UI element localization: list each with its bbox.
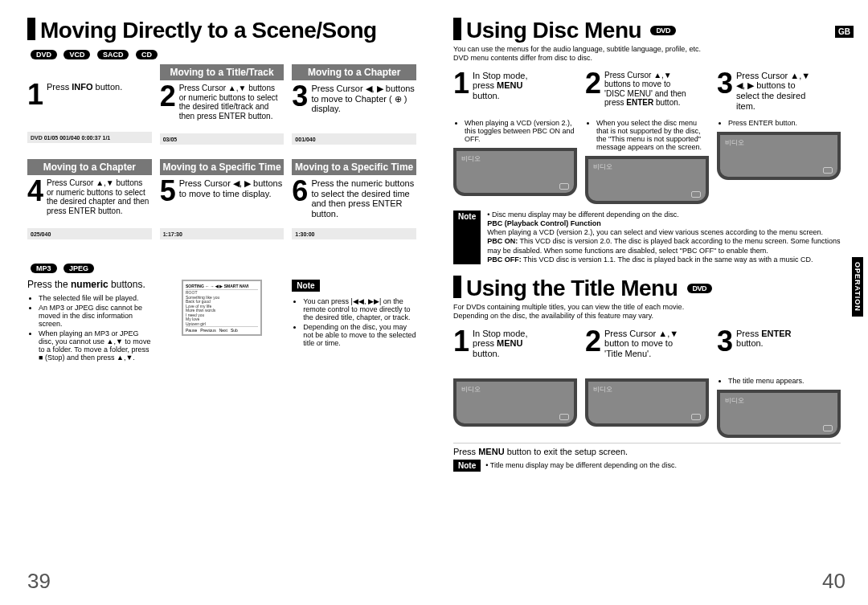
badge-dvd: DVD — [687, 284, 713, 293]
mp3-badges: MP3 JPEG — [27, 260, 416, 275]
disc-note-block: Note • Disc menu display may be differen… — [453, 211, 841, 265]
step-number: 4 — [27, 178, 43, 204]
step-number: 6 — [292, 178, 308, 204]
title-stripe — [453, 18, 461, 40]
bottom-note: Note • Title menu display may be differe… — [453, 460, 841, 472]
title-bar-title-menu: Using the Title Menu DVD — [453, 276, 841, 301]
step-number: 1 — [27, 82, 43, 108]
badge-dvd: DVD — [650, 26, 676, 35]
step-text: Press INFO button. — [47, 82, 122, 92]
step-number: 5 — [160, 178, 176, 204]
section-heading: Moving to a Specific Time — [292, 159, 416, 175]
section-title: Using Disc Menu DVD — [466, 18, 676, 43]
step-text: Press Cursor ▲,▼ buttons or numeric butt… — [179, 84, 285, 121]
step-3: Moving to a Chapter 3 Press Cursor ◀, ▶ … — [292, 64, 416, 145]
title-step-2: 2 Press Cursor ▲,▼ button to move to 'Ti… — [585, 329, 709, 438]
title-bar-disc: Using Disc Menu DVD — [453, 18, 841, 43]
step-number: 1 — [453, 329, 469, 354]
page-number: 39 — [27, 569, 51, 594]
badge-mp3: MP3 — [31, 264, 57, 273]
page-number: 40 — [822, 569, 845, 594]
note-badge: Note — [453, 211, 481, 265]
mp3-bullets: The selected file will be played. An MP3… — [27, 294, 152, 362]
disc-steps: 1 In Stop mode, press MENU button. When … — [453, 71, 841, 204]
step-text: Press Cursor ▲,▼ buttons to move to 'DIS… — [604, 71, 686, 108]
step-text: In Stop mode, press MENU button. — [473, 329, 528, 359]
step-number: 2 — [160, 84, 176, 109]
badge-vcd: VCD — [63, 50, 90, 59]
step-number: 3 — [717, 71, 733, 96]
step-number: 1 — [453, 71, 469, 96]
step-number: 3 — [717, 329, 733, 354]
step-text: Press Cursor ◀, ▶ buttons to move to Cha… — [311, 84, 416, 114]
disc-step-3: 3 Press Cursor ▲,▼ ◀, ▶ buttons to selec… — [717, 71, 841, 204]
badge-dvd: DVD — [31, 50, 57, 59]
step-2: Moving to a Title/Track 2 Press Cursor ▲… — [160, 64, 285, 145]
step-text: In Stop mode, press MENU button. — [473, 71, 528, 101]
info-strip: DVD 01/05 001/040 0:00:37 1/1 — [27, 132, 152, 143]
step-1: 1 Press INFO button. DVD 01/05 001/040 0… — [27, 64, 152, 145]
steps-row-2: Moving to a Chapter 4 Press Cursor ▲,▼ b… — [27, 159, 416, 239]
section-heading: Moving to a Title/Track — [160, 64, 285, 80]
info-strip: 03/05 — [160, 133, 285, 145]
page-title: Moving Directly to a Scene/Song — [40, 18, 377, 43]
step-text: Press ENTER button. — [736, 329, 791, 349]
section-heading: Moving to a Specific Time — [160, 159, 285, 175]
step-number: 2 — [585, 71, 601, 96]
tv-icon: 비디오 — [585, 378, 709, 427]
mp3-row: Press the numeric buttons. The selected … — [27, 280, 416, 365]
title-stripe — [27, 18, 35, 40]
tv-icon: 비디오 — [453, 148, 577, 196]
page-39: Moving Directly to a Scene/Song DVD VCD … — [0, 0, 434, 605]
mini-screen-col: SORTING ← → ◀ ▶ SMART NAVI ROOT Somethin… — [160, 280, 285, 365]
tv-icon: 비디오 — [585, 156, 709, 204]
title-step-3: 3 Press ENTER button. The title menu app… — [717, 329, 841, 438]
mp3-press-col: Press the numeric buttons. The selected … — [27, 280, 152, 365]
subtext: For DVDs containing multiple titles, you… — [453, 303, 841, 321]
disc-step-2: 2 Press Cursor ▲,▼ buttons to move to 'D… — [585, 71, 709, 204]
info-strip: 001/040 — [292, 133, 416, 145]
tv-icon: 비디오 — [453, 378, 577, 427]
format-badges: DVD VCD SACD CD — [27, 47, 416, 61]
step-text: Press the numeric buttons to select the … — [311, 178, 416, 219]
title-bar: Moving Directly to a Scene/Song — [27, 18, 416, 43]
badge-cd: CD — [136, 50, 158, 59]
step-5: Moving to a Specific Time 5 Press Cursor… — [160, 159, 285, 239]
step-text: Press Cursor ▲,▼ buttons or numeric butt… — [47, 178, 152, 215]
info-strip: 1:30:00 — [292, 228, 416, 239]
info-strip: 1:17:30 — [160, 228, 285, 239]
note-col: Note You can press |◀◀, ▶▶| on the remot… — [292, 280, 416, 365]
note-badge: Note — [292, 280, 319, 292]
steps-row-1: 1 Press INFO button. DVD 01/05 001/040 0… — [27, 64, 416, 145]
step-number: 3 — [292, 84, 308, 109]
section-title: Using the Title Menu DVD — [466, 276, 712, 301]
mini-screenshot: SORTING ← → ◀ ▶ SMART NAVI ROOT Somethin… — [182, 280, 262, 336]
step-4: Moving to a Chapter 4 Press Cursor ▲,▼ b… — [27, 159, 152, 239]
exit-instruction: Press MENU button to exit the setup scre… — [453, 443, 841, 456]
step-text: Press Cursor ◀, ▶ buttons to move to tim… — [179, 178, 285, 198]
title-stripe — [453, 276, 461, 298]
note-badge: Note — [453, 460, 481, 472]
step-text: Press Cursor ▲,▼ button to move to 'Titl… — [604, 329, 678, 359]
title-step-1: 1 In Stop mode, press MENU button. 비디오 — [453, 329, 577, 438]
language-tag: GB — [835, 26, 854, 38]
section-heading: Moving to a Chapter — [292, 64, 416, 80]
info-strip: 025/040 — [27, 228, 152, 239]
badge-jpeg: JPEG — [63, 264, 94, 273]
section-heading: Moving to a Chapter — [27, 159, 152, 175]
mp3-text: Press the numeric buttons. — [27, 280, 152, 291]
disc-step-1: 1 In Stop mode, press MENU button. When … — [453, 71, 577, 204]
operation-tab: OPERATION — [852, 257, 863, 317]
step-text: Press Cursor ▲,▼ ◀, ▶ buttons to select … — [736, 71, 810, 112]
note-bullets: You can press |◀◀, ▶▶| on the remote con… — [292, 297, 416, 347]
badge-sacd: SACD — [97, 50, 129, 59]
tv-icon: 비디오 — [717, 390, 841, 438]
tv-icon: 비디오 — [717, 132, 841, 180]
step-number: 2 — [585, 329, 601, 354]
title-steps: 1 In Stop mode, press MENU button. 비디오 2… — [453, 329, 841, 438]
subtext: You can use the menus for the audio lang… — [453, 45, 841, 63]
step-6: Moving to a Specific Time 6 Press the nu… — [292, 159, 416, 239]
page-40: GB OPERATION Using Disc Menu DVD You can… — [434, 0, 868, 605]
